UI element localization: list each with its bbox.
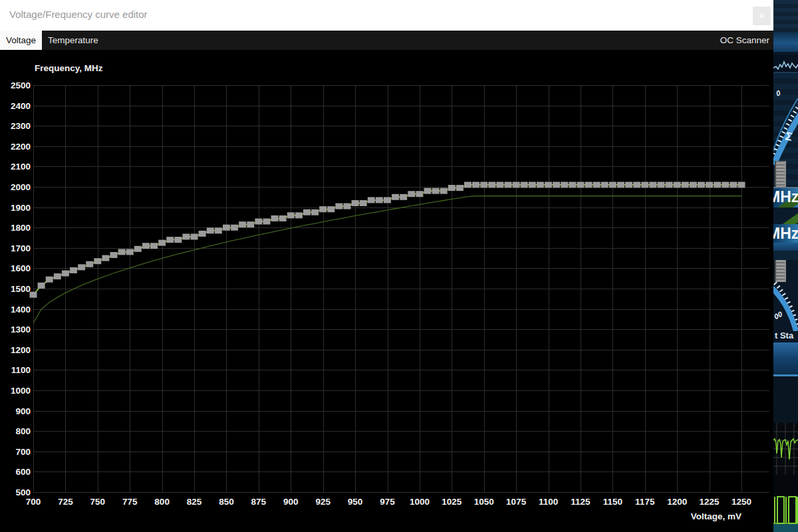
curve-point-marker[interactable] (279, 215, 287, 221)
curve-point-marker[interactable] (70, 267, 77, 273)
curve-point-marker[interactable] (424, 188, 432, 194)
curve-point-marker[interactable] (682, 182, 689, 188)
curve-point-marker[interactable] (521, 182, 528, 188)
curve-point-marker[interactable] (448, 185, 456, 191)
curve-points[interactable] (30, 182, 745, 297)
curve-point-marker[interactable] (666, 182, 673, 188)
titlebar[interactable]: Voltage/Frequency curve editor × (0, 0, 773, 31)
curve-point-marker[interactable] (432, 188, 440, 194)
curve-point-marker[interactable] (456, 185, 464, 191)
curve-point-marker[interactable] (110, 252, 118, 258)
curve-point-marker[interactable] (174, 237, 182, 243)
curve-point-marker[interactable] (142, 243, 150, 249)
curve-point-marker[interactable] (352, 200, 359, 206)
curve-point-marker[interactable] (674, 182, 681, 188)
curve-point-marker[interactable] (126, 249, 134, 255)
x-tick-label: 1050 (474, 497, 494, 507)
curve-point-marker[interactable] (730, 182, 737, 188)
curve-point-marker[interactable] (472, 182, 479, 188)
curve-point-marker[interactable] (134, 246, 142, 252)
curve-point-marker[interactable] (569, 182, 576, 188)
curve-point-marker[interactable] (335, 203, 342, 209)
tab-voltage[interactable]: Voltage (0, 31, 42, 50)
y-tick-label: 1700 (11, 243, 31, 253)
curve-point-marker[interactable] (207, 227, 214, 233)
tab-temperature[interactable]: Temperature (42, 31, 104, 50)
curve-point-marker[interactable] (150, 243, 158, 249)
curve-point-marker[interactable] (303, 209, 311, 215)
curve-point-marker[interactable] (529, 182, 536, 188)
curve-point-marker[interactable] (537, 182, 544, 188)
main-app-window-sliver[interactable]: 0 Σ MHz MHz 00 t Sta (773, 0, 798, 532)
curve-point-marker[interactable] (295, 212, 303, 218)
y-tick-label: 2000 (11, 182, 31, 192)
curve-point-marker[interactable] (488, 182, 495, 188)
curve-point-marker[interactable] (327, 206, 334, 212)
curve-point-marker[interactable] (561, 182, 568, 188)
curve-point-marker[interactable] (287, 212, 295, 218)
curve-point-marker[interactable] (464, 182, 471, 188)
curve-point-marker[interactable] (392, 194, 399, 200)
curve-point-marker[interactable] (239, 221, 246, 227)
curve-point-marker[interactable] (593, 182, 600, 188)
curve-point-marker[interactable] (263, 219, 270, 225)
curve-point-marker[interactable] (722, 182, 729, 188)
curve-point-marker[interactable] (30, 292, 37, 298)
curve-point-marker[interactable] (706, 182, 713, 188)
curve-point-marker[interactable] (577, 182, 584, 188)
curve-point-marker[interactable] (408, 191, 415, 197)
curve-point-marker[interactable] (166, 237, 174, 243)
curve-point-marker[interactable] (343, 203, 350, 209)
curve-point-marker[interactable] (62, 271, 69, 277)
curve-point-marker[interactable] (657, 182, 664, 188)
curve-point-marker[interactable] (649, 182, 656, 188)
curve-point-marker[interactable] (231, 225, 238, 231)
curve-point-marker[interactable] (86, 261, 93, 267)
curve-point-marker[interactable] (38, 283, 45, 289)
curve-point-marker[interactable] (585, 182, 593, 188)
curve-point-marker[interactable] (199, 231, 206, 237)
curve-point-marker[interactable] (545, 182, 552, 188)
curve-point-marker[interactable] (738, 182, 745, 188)
curve-point-marker[interactable] (223, 225, 230, 231)
curve-point-marker[interactable] (440, 188, 448, 194)
curve-point-marker[interactable] (505, 182, 512, 188)
curve-point-marker[interactable] (698, 182, 705, 188)
curve-point-marker[interactable] (609, 182, 616, 188)
tab-oc-scanner[interactable]: OC Scanner (720, 31, 769, 50)
curve-point-marker[interactable] (311, 209, 319, 215)
curve-point-marker[interactable] (46, 277, 53, 283)
curve-point-marker[interactable] (496, 182, 503, 188)
curve-point-marker[interactable] (513, 182, 520, 188)
curve-point-marker[interactable] (118, 249, 126, 255)
curve-point-marker[interactable] (633, 182, 640, 188)
curve-point-marker[interactable] (416, 191, 423, 197)
curve-point-marker[interactable] (714, 182, 721, 188)
curve-point-marker[interactable] (384, 197, 391, 203)
curve-point-marker[interactable] (78, 264, 85, 270)
curve-point-marker[interactable] (191, 233, 198, 239)
curve-point-marker[interactable] (158, 240, 166, 246)
curve-point-marker[interactable] (625, 182, 632, 188)
curve-point-marker[interactable] (182, 233, 190, 239)
curve-point-marker[interactable] (247, 221, 254, 227)
curve-point-marker[interactable] (400, 194, 407, 200)
curve-point-marker[interactable] (215, 227, 222, 233)
curve-point-marker[interactable] (54, 273, 61, 279)
close-button[interactable]: × (753, 7, 771, 25)
curve-point-marker[interactable] (553, 182, 560, 188)
curve-point-marker[interactable] (690, 182, 697, 188)
curve-point-marker[interactable] (601, 182, 608, 188)
curve-point-marker[interactable] (255, 219, 262, 225)
curve-point-marker[interactable] (368, 197, 375, 203)
curve-point-marker[interactable] (641, 182, 648, 188)
curve-point-marker[interactable] (376, 197, 383, 203)
curve-point-marker[interactable] (617, 182, 624, 188)
vf-curve-chart[interactable]: 5006007008009001000110012001300140015001… (0, 50, 773, 532)
curve-point-marker[interactable] (94, 258, 101, 264)
curve-point-marker[interactable] (271, 215, 279, 221)
curve-point-marker[interactable] (360, 200, 367, 206)
curve-point-marker[interactable] (319, 206, 327, 212)
curve-point-marker[interactable] (480, 182, 487, 188)
curve-point-marker[interactable] (102, 255, 109, 261)
